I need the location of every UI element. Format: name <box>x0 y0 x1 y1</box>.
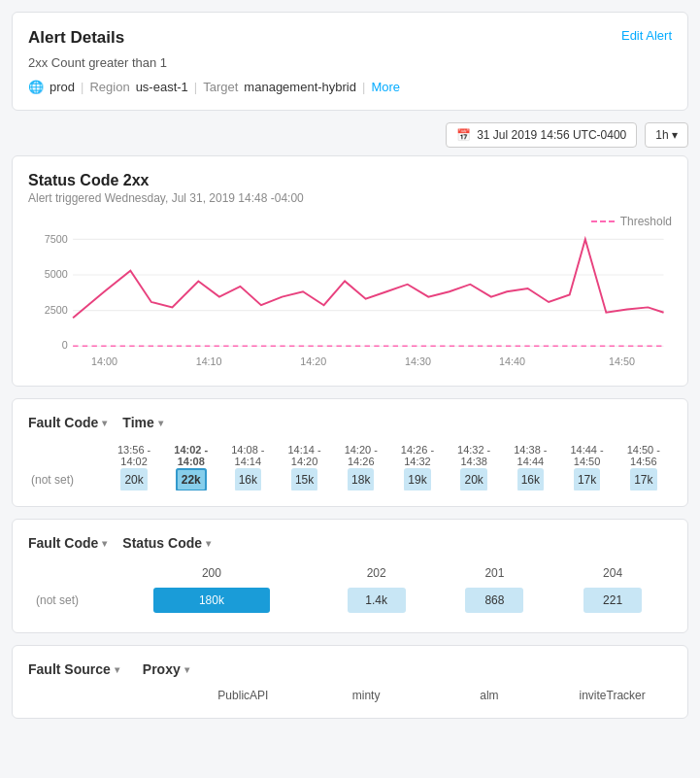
table-row: (not set) 20k 22k 16k 15k 18k 19k 20k 16… <box>28 469 672 490</box>
time-caret: ▾ <box>158 418 163 428</box>
cell-4[interactable]: 18k <box>333 469 389 490</box>
time-col-8: 14:44 -14:50 <box>558 442 615 469</box>
time-col-0: 13:56 -14:02 <box>106 442 162 469</box>
time-col-9: 14:50 -14:56 <box>616 442 672 469</box>
time-label: Time <box>122 415 153 430</box>
time-range-caret: ▾ <box>672 128 678 142</box>
row-label: (not set) <box>28 469 106 490</box>
cell-6[interactable]: 20k <box>446 469 502 490</box>
fault-source-col-header[interactable]: Fault Source ▾ <box>28 661 119 677</box>
status-code-col-header[interactable]: Status Code ▾ <box>122 535 211 551</box>
time-col-2: 14:08 -14:14 <box>219 442 276 469</box>
status-cell-200[interactable]: 180k <box>106 584 317 617</box>
fault-code-status-label: Fault Code <box>28 535 98 551</box>
status-code-caret: ▾ <box>206 538 211 549</box>
fault-code-time-header: Fault Code ▾ Time ▾ <box>28 415 672 430</box>
cell-0[interactable]: 20k <box>106 469 162 490</box>
alert-meta: 🌐 prod | Region us-east-1 | Target manag… <box>28 80 672 94</box>
cell-5[interactable]: 19k <box>389 469 446 490</box>
cell-8[interactable]: 17k <box>558 469 615 490</box>
target-label: Target <box>203 80 238 94</box>
status-cell-201[interactable]: 868 <box>436 584 554 617</box>
time-table-wrapper: 13:56 -14:02 14:02 -14:08 14:08 -14:14 1… <box>28 442 672 490</box>
status-col-200: 200 <box>106 562 317 584</box>
status-cell-204[interactable]: 221 <box>553 584 672 617</box>
svg-text:7500: 7500 <box>45 234 68 245</box>
datetime-row: 📅 31 Jul 2019 14:56 UTC-0400 1h ▾ <box>12 122 688 148</box>
calendar-icon: 📅 <box>456 128 471 142</box>
cell-1[interactable]: 22k <box>162 469 219 490</box>
svg-text:2500: 2500 <box>45 304 68 316</box>
datetime-picker[interactable]: 📅 31 Jul 2019 14:56 UTC-0400 <box>446 122 637 148</box>
threshold-legend: Threshold <box>591 215 672 228</box>
cell-2[interactable]: 16k <box>219 469 276 490</box>
svg-text:14:40: 14:40 <box>499 355 525 367</box>
status-col-204: 204 <box>553 562 672 584</box>
region-value: us-east-1 <box>136 80 188 94</box>
alert-title: Alert Details <box>28 28 124 48</box>
fault-code-status-header: Fault Code ▾ Status Code ▾ <box>28 535 672 551</box>
proxy-label: Proxy <box>143 661 181 677</box>
proxy-col-publicapi: PublicAPI <box>183 689 303 702</box>
fault-source-row-spacer <box>28 689 183 702</box>
time-col-3: 14:14 -14:20 <box>276 442 332 469</box>
fault-code-status-col-header[interactable]: Fault Code ▾ <box>28 535 107 551</box>
status-header-row: 200 202 201 204 <box>28 562 672 584</box>
time-col-1: 14:02 -14:08 <box>162 442 219 469</box>
svg-text:14:00: 14:00 <box>91 355 117 367</box>
alert-header: Alert Details Edit Alert <box>28 28 672 48</box>
proxy-col-header[interactable]: Proxy ▾ <box>143 661 189 677</box>
proxy-col-minty: minty <box>307 689 426 702</box>
chart-title: Status Code 2xx <box>28 172 672 189</box>
time-col-6: 14:32 -14:38 <box>446 442 502 469</box>
cell-3[interactable]: 15k <box>276 469 332 490</box>
chart-svg: 7500 5000 2500 0 14:00 14:10 14:20 14:30… <box>28 234 672 370</box>
chart-subtitle: Alert triggered Wednesday, Jul 31, 2019 … <box>28 191 672 205</box>
fault-source-label: Fault Source <box>28 661 111 677</box>
time-col-header[interactable]: Time ▾ <box>122 415 162 430</box>
edit-alert-link[interactable]: Edit Alert <box>621 28 672 43</box>
svg-text:14:20: 14:20 <box>300 355 326 367</box>
alert-env: prod <box>50 80 75 94</box>
proxy-col-alm: alm <box>430 689 550 702</box>
time-range-value: 1h <box>655 128 668 142</box>
globe-icon: 🌐 <box>28 80 44 94</box>
status-col-201: 201 <box>436 562 554 584</box>
time-col-7: 14:38 -14:44 <box>502 442 558 469</box>
threshold-label: Threshold <box>620 215 672 228</box>
svg-text:14:30: 14:30 <box>405 355 431 367</box>
fault-source-header: Fault Source ▾ Proxy ▾ <box>28 661 672 677</box>
svg-text:0: 0 <box>62 339 68 351</box>
time-range-select[interactable]: 1h ▾ <box>645 122 688 148</box>
target-value: management-hybrid <box>244 80 356 94</box>
status-row-label: (not set) <box>28 584 106 617</box>
chart-card: Status Code 2xx Alert triggered Wednesda… <box>12 155 688 387</box>
fault-code-caret: ▾ <box>102 418 107 428</box>
time-header-row: 13:56 -14:02 14:02 -14:08 14:08 -14:14 1… <box>28 442 672 469</box>
time-table: 13:56 -14:02 14:02 -14:08 14:08 -14:14 1… <box>28 442 672 490</box>
fault-source-proxy-card: Fault Source ▾ Proxy ▾ PublicAPI minty a… <box>12 645 688 719</box>
cell-7[interactable]: 16k <box>502 469 558 490</box>
cell-9[interactable]: 17k <box>616 469 672 490</box>
fault-code-label: Fault Code <box>28 415 98 430</box>
more-link[interactable]: More <box>371 80 400 94</box>
time-col-4: 14:20 -14:26 <box>333 442 389 469</box>
datetime-value: 31 Jul 2019 14:56 UTC-0400 <box>477 128 626 142</box>
status-code-label: Status Code <box>122 535 202 551</box>
svg-text:14:50: 14:50 <box>609 355 635 367</box>
proxy-caret: ▾ <box>184 664 189 675</box>
fault-source-caret: ▾ <box>115 664 119 675</box>
proxy-columns: PublicAPI minty alm inviteTracker <box>183 689 672 702</box>
time-col-5: 14:26 -14:32 <box>389 442 446 469</box>
fault-code-col-header[interactable]: Fault Code ▾ <box>28 415 107 430</box>
svg-text:5000: 5000 <box>45 268 68 280</box>
region-label: Region <box>89 80 129 94</box>
alert-details-card: Alert Details Edit Alert 2xx Count great… <box>12 12 688 111</box>
fault-code-status-caret: ▾ <box>102 538 107 549</box>
status-cell-202[interactable]: 1.4k <box>317 584 436 617</box>
fault-code-time-card: Fault Code ▾ Time ▾ 13:56 -14:02 14:02 -… <box>12 398 688 507</box>
svg-text:14:10: 14:10 <box>196 355 222 367</box>
status-table-row: (not set) 180k 1.4k 868 221 <box>28 584 672 617</box>
fault-code-status-card: Fault Code ▾ Status Code ▾ 200 202 201 2… <box>12 519 688 633</box>
chart-container: Threshold 7500 5000 2500 0 14:00 14:10 1… <box>28 215 672 370</box>
